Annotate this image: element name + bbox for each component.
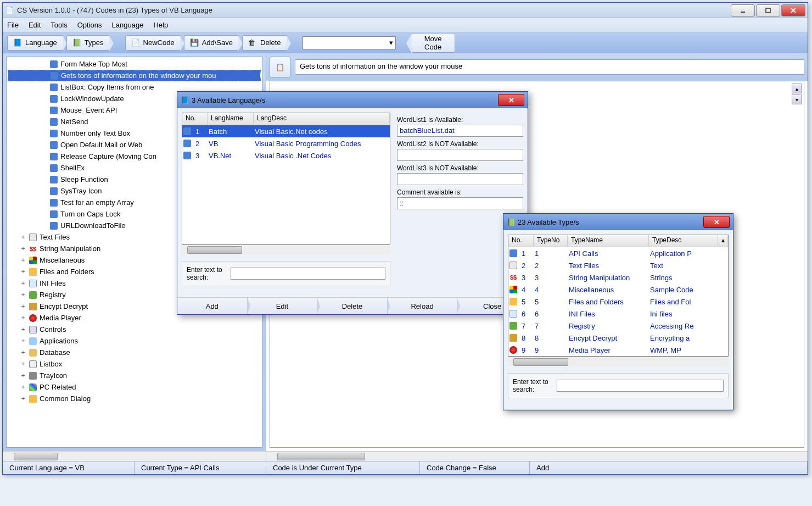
language-listview[interactable]: No. LangName LangDesc 1BatchVisual Basic… <box>182 113 390 244</box>
toolbar-newcode-button[interactable]: 📄NewCode <box>125 35 181 51</box>
tree-item-label: URLDownloadToFile <box>60 221 126 230</box>
types-list-hscrollbar[interactable] <box>508 357 729 366</box>
types-dialog-close-button[interactable]: ✕ <box>703 216 730 228</box>
expand-icon[interactable]: + <box>20 280 26 287</box>
tree-item-label: Open Default Mail or Web <box>60 141 142 149</box>
type-row[interactable]: 22Text FilesText <box>508 259 728 271</box>
col-langname[interactable]: LangName <box>208 113 254 125</box>
tree-item-label: TrayIcon <box>40 371 67 380</box>
type-row[interactable]: $$33String ManipulationStrings <box>508 271 728 283</box>
ini-icon <box>508 310 518 318</box>
status-language: Current Language = VB <box>3 461 135 474</box>
expand-icon[interactable]: + <box>20 257 26 264</box>
txt-icon <box>29 233 37 242</box>
type-row[interactable]: 55Files and FoldersFiles and Fol <box>508 296 728 308</box>
menu-language[interactable]: Language <box>112 21 144 29</box>
expand-icon[interactable]: + <box>20 268 26 275</box>
toolbar-addsave-button[interactable]: 💾Add\Save <box>184 35 239 51</box>
col-no[interactable]: No. <box>182 113 208 125</box>
db-icon <box>29 348 37 357</box>
menu-help[interactable]: Help <box>153 21 168 29</box>
lang-icon <box>182 127 192 135</box>
toolbar-delete-button[interactable]: 🗑Delete <box>242 35 287 51</box>
close-button[interactable] <box>781 4 805 16</box>
comment-value[interactable]: :: <box>397 197 523 209</box>
chevron-down-icon: ▾ <box>389 38 393 47</box>
col-langdesc[interactable]: LangDesc <box>254 113 390 125</box>
menu-options[interactable]: Options <box>77 21 102 29</box>
expand-icon[interactable]: + <box>20 291 26 298</box>
language-edit-button[interactable]: Edit <box>248 298 318 314</box>
tree-item[interactable]: +Common Dialog <box>8 393 261 404</box>
type-row[interactable]: 11API CallsApplication P <box>508 247 728 259</box>
tree-item[interactable]: +TrayIcon <box>8 370 261 381</box>
toolbar-dropdown[interactable]: ▾ <box>303 36 396 49</box>
tree-item[interactable]: Gets tons of information on the window y… <box>8 70 261 81</box>
scroll-down-icon[interactable]: ▾ <box>792 94 802 104</box>
type-row[interactable]: 44MiscellaneousSample Code <box>508 283 728 296</box>
expand-icon[interactable]: + <box>20 383 26 391</box>
language-row[interactable]: 1BatchVisual Basic.Net codes <box>182 125 390 137</box>
type-row[interactable]: 99Media PlayerWMP, MP <box>508 344 728 356</box>
language-row[interactable]: 3VB.NetVisual Basic .Net Codes <box>182 149 390 162</box>
expand-icon[interactable]: + <box>20 360 26 368</box>
col-typeno[interactable]: TypeNo <box>534 235 568 247</box>
tree-hscrollbar[interactable] <box>3 451 266 461</box>
expand-icon[interactable]: + <box>20 337 26 344</box>
wordlist1-value[interactable]: batchBlueList.dat <box>397 125 523 137</box>
toolbar-language-button[interactable]: 📘Language <box>7 35 63 51</box>
blue-icon <box>49 106 58 115</box>
maximize-button[interactable] <box>756 4 780 16</box>
expand-icon[interactable]: + <box>20 349 26 356</box>
minimize-button[interactable] <box>731 4 755 16</box>
type-row[interactable]: 66INI FilesIni files <box>508 308 728 320</box>
types-listview[interactable]: No. TypeNo TypeName TypeDesc ▴ 11API Cal… <box>508 235 729 357</box>
scroll-up-icon[interactable]: ▴ <box>792 84 802 93</box>
menu-file[interactable]: File <box>7 21 19 29</box>
type-row[interactable]: 88Encypt DecryptEncrypting a <box>508 332 728 344</box>
tree-item[interactable]: +Database <box>8 347 261 358</box>
expand-icon[interactable]: + <box>20 326 26 333</box>
col-typedesc[interactable]: TypeDesc <box>649 235 718 247</box>
tree-item-label: String Manipulation <box>40 244 100 253</box>
tree-item[interactable]: +Applications <box>8 335 261 347</box>
tree-item[interactable]: +Controls <box>8 324 261 335</box>
wordlist2-value[interactable] <box>397 149 523 161</box>
expand-icon[interactable]: + <box>20 395 26 402</box>
type-row[interactable]: 77RegistryAccessing Re <box>508 320 728 332</box>
types-dialog-titlebar[interactable]: 📗 23 Available Type/s ✕ <box>503 214 733 230</box>
language-dialog-close-button[interactable]: ✕ <box>498 94 524 106</box>
toolbar-movecode-button[interactable]: Move Code <box>411 33 455 53</box>
menu-tools[interactable]: Tools <box>51 21 67 29</box>
expand-icon[interactable]: + <box>20 372 26 379</box>
code-hscrollbar[interactable] <box>266 451 808 461</box>
blue-icon <box>49 60 58 69</box>
menu-edit[interactable]: Edit <box>29 21 41 29</box>
copy-button[interactable]: 📋 <box>270 57 290 77</box>
language-list-hscrollbar[interactable] <box>182 244 390 254</box>
col-typename[interactable]: TypeName <box>568 235 649 247</box>
language-icon: 📘 <box>13 38 22 47</box>
newcode-icon: 📄 <box>131 38 140 47</box>
tree-item[interactable]: +Listbox <box>8 358 261 370</box>
lock-icon <box>29 302 37 311</box>
tree-item-label: Mouse_Event API <box>60 106 117 114</box>
tree-item[interactable]: +PC Related <box>8 381 261 393</box>
wordlist3-value[interactable] <box>397 173 523 185</box>
main-titlebar[interactable]: 📄 CS Version 1.0.0 - (747) Codes in (23)… <box>3 3 808 18</box>
scroll-up-icon[interactable]: ▴ <box>718 235 728 247</box>
expand-icon[interactable]: + <box>20 303 26 310</box>
expand-icon[interactable]: + <box>20 314 26 321</box>
tree-item[interactable]: Form Make Top Most <box>8 58 261 70</box>
types-search-input[interactable] <box>557 380 724 392</box>
expand-icon[interactable]: + <box>20 233 26 241</box>
language-search-input[interactable] <box>231 268 385 280</box>
col-no[interactable]: No. <box>508 235 534 247</box>
expand-icon[interactable]: + <box>20 245 26 252</box>
language-delete-button[interactable]: Delete <box>317 298 388 314</box>
language-add-button[interactable]: Add <box>177 298 248 314</box>
language-reload-button[interactable]: Reload <box>388 298 458 314</box>
language-row[interactable]: 2VBVisual Basic Programming Codes <box>182 137 390 149</box>
toolbar-types-button[interactable]: 📗Types <box>66 35 110 51</box>
language-dialog-titlebar[interactable]: 📘 3 Available Language/s ✕ <box>177 92 528 108</box>
